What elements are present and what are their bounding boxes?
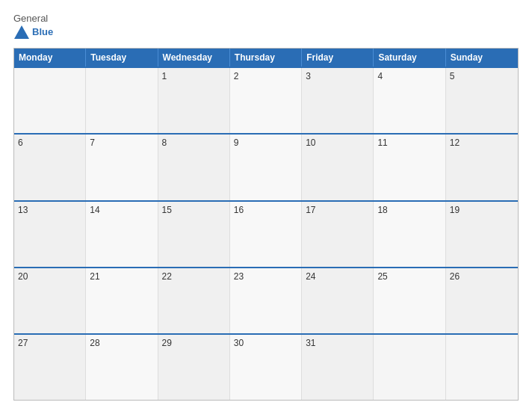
day-number: 5 [450, 71, 455, 81]
day-empty [446, 335, 518, 400]
calendar-page: General Blue MondayTuesdayWednesdayThurs… [0, 0, 532, 411]
day-21: 21 [86, 268, 158, 333]
day-31: 31 [302, 335, 374, 400]
day-4: 4 [374, 68, 445, 133]
day-number: 29 [162, 338, 172, 348]
day-number: 16 [234, 205, 244, 215]
day-number: 4 [377, 71, 383, 81]
col-header-sunday: Sunday [446, 49, 518, 67]
logo-triangle-icon [13, 24, 30, 40]
day-number: 24 [306, 271, 315, 282]
day-26: 26 [446, 268, 518, 333]
day-6: 6 [14, 135, 86, 200]
day-23: 23 [230, 268, 302, 333]
day-number: 20 [18, 271, 28, 282]
day-20: 20 [14, 268, 86, 333]
day-30: 30 [230, 335, 302, 400]
day-19: 19 [446, 202, 518, 267]
day-number: 13 [18, 205, 28, 215]
day-number: 7 [90, 137, 95, 148]
day-24: 24 [302, 268, 374, 333]
day-2: 2 [230, 68, 302, 133]
day-7: 7 [86, 135, 158, 200]
day-number: 11 [377, 137, 387, 148]
day-number: 26 [450, 271, 460, 282]
day-number: 2 [234, 71, 239, 81]
day-number: 18 [377, 205, 387, 215]
day-14: 14 [86, 202, 158, 267]
col-header-monday: Monday [14, 49, 86, 67]
day-number: 30 [234, 338, 244, 348]
logo-general-text: General [13, 13, 53, 24]
day-empty [374, 335, 445, 400]
day-10: 10 [302, 135, 374, 200]
col-header-thursday: Thursday [230, 49, 302, 67]
col-header-wednesday: Wednesday [158, 49, 230, 67]
page-header: General Blue [13, 13, 519, 40]
col-header-saturday: Saturday [374, 49, 445, 67]
day-3: 3 [302, 68, 374, 133]
day-27: 27 [14, 335, 86, 400]
day-number: 28 [90, 338, 99, 348]
logo: General Blue [13, 13, 53, 40]
week-row-4: 20212223242526 [14, 267, 518, 333]
day-28: 28 [86, 335, 158, 400]
day-number: 9 [234, 137, 239, 148]
day-empty [86, 68, 158, 133]
day-number: 1 [162, 71, 167, 81]
day-number: 23 [234, 271, 244, 282]
day-number: 14 [90, 205, 99, 215]
svg-marker-0 [14, 25, 29, 39]
day-number: 8 [162, 137, 167, 148]
week-row-3: 13141516171819 [14, 200, 518, 267]
day-17: 17 [302, 202, 374, 267]
week-row-2: 6789101112 [14, 133, 518, 200]
day-5: 5 [446, 68, 518, 133]
day-number: 21 [90, 271, 99, 282]
day-number: 6 [18, 137, 23, 148]
day-8: 8 [158, 135, 230, 200]
day-number: 10 [306, 137, 315, 148]
calendar-grid: MondayTuesdayWednesdayThursdayFridaySatu… [13, 48, 519, 401]
day-number: 3 [306, 71, 311, 81]
day-number: 22 [162, 271, 172, 282]
day-number: 15 [162, 205, 172, 215]
week-row-5: 2728293031 [14, 333, 518, 400]
day-29: 29 [158, 335, 230, 400]
day-number: 19 [450, 205, 460, 215]
day-16: 16 [230, 202, 302, 267]
day-number: 12 [450, 137, 460, 148]
col-header-tuesday: Tuesday [86, 49, 158, 67]
col-header-friday: Friday [302, 49, 374, 67]
day-18: 18 [374, 202, 445, 267]
day-number: 27 [18, 338, 28, 348]
day-number: 17 [306, 205, 315, 215]
day-number: 31 [306, 338, 315, 348]
calendar-body: 1234567891011121314151617181920212223242… [14, 67, 518, 400]
day-1: 1 [158, 68, 230, 133]
calendar-header-row: MondayTuesdayWednesdayThursdayFridaySatu… [14, 49, 518, 67]
day-number: 25 [377, 271, 387, 282]
day-12: 12 [446, 135, 518, 200]
week-row-1: 12345 [14, 67, 518, 133]
day-11: 11 [374, 135, 445, 200]
day-25: 25 [374, 268, 445, 333]
logo-blue-text: Blue [32, 27, 53, 37]
day-9: 9 [230, 135, 302, 200]
day-15: 15 [158, 202, 230, 267]
day-13: 13 [14, 202, 86, 267]
day-empty [14, 68, 86, 133]
day-22: 22 [158, 268, 230, 333]
